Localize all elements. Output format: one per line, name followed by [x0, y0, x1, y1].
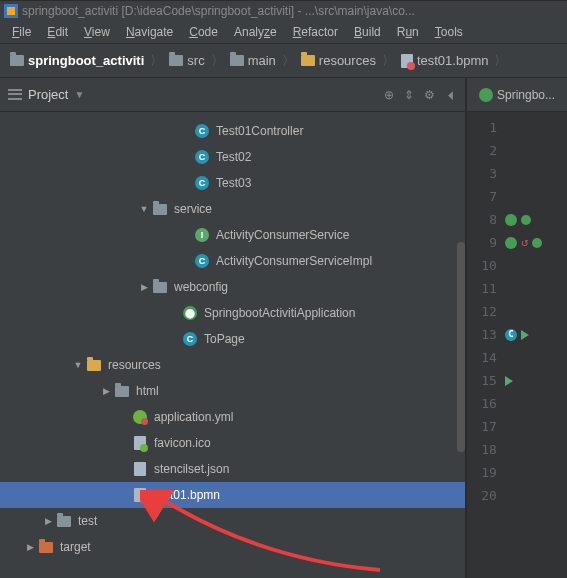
line-numbers: 123 789 101112 131415 161718 1920: [467, 112, 503, 578]
folder-icon: [169, 55, 183, 66]
package-icon: [153, 204, 167, 215]
class-icon: C: [195, 254, 209, 268]
expand-icon[interactable]: ▶: [24, 542, 36, 552]
spring-bean-icon[interactable]: [505, 214, 517, 226]
scrollbar-thumb[interactable]: [457, 242, 465, 452]
window-titlebar: springboot_activiti [D:\ideaCode\springb…: [0, 0, 567, 20]
window-title: springboot_activiti [D:\ideaCode\springb…: [22, 4, 415, 18]
app-icon: [4, 4, 18, 18]
folder-icon: [115, 386, 129, 397]
tree-item-yml[interactable]: application.yml: [0, 404, 465, 430]
tree-item-class[interactable]: CTest01Controller: [0, 118, 465, 144]
breadcrumb-file[interactable]: test01.bpmn: [397, 53, 493, 68]
chevron-right-icon: 〉: [211, 52, 224, 70]
project-tree: CTest01Controller CTest02 CTest03 ▼servi…: [0, 112, 465, 578]
expand-icon[interactable]: ▶: [42, 516, 54, 526]
editor-tabs: Springbo...: [467, 78, 567, 112]
locate-icon[interactable]: ⊕: [384, 88, 394, 102]
project-panel-header: Project ▼ ⊕ ⇕ ⚙ ⏴: [0, 78, 465, 112]
breadcrumb-project[interactable]: springboot_activiti: [6, 53, 148, 68]
tree-item-test[interactable]: ▶test: [0, 508, 465, 534]
menu-navigate[interactable]: Navigate: [120, 23, 179, 41]
breadcrumb: springboot_activiti 〉 src 〉 main 〉 resou…: [0, 44, 567, 78]
chevron-right-icon: 〉: [382, 52, 395, 70]
project-tool-window: Project ▼ ⊕ ⇕ ⚙ ⏴ CTest01Controller CTes…: [0, 78, 466, 578]
workspace: Project ▼ ⊕ ⇕ ⚙ ⏴ CTest01Controller CTes…: [0, 78, 567, 578]
tree-item-package[interactable]: ▶webconfig: [0, 274, 465, 300]
resources-folder-icon: [87, 360, 101, 371]
tree-item-class[interactable]: CTest03: [0, 170, 465, 196]
tree-item-package[interactable]: ▼service: [0, 196, 465, 222]
editor-tab[interactable]: Springbo...: [473, 84, 561, 106]
dropdown-icon[interactable]: ▼: [74, 89, 84, 100]
json-file-icon: [134, 462, 146, 476]
target-folder-icon: [39, 542, 53, 553]
collapse-icon[interactable]: ⇕: [404, 88, 414, 102]
hide-icon[interactable]: ⏴: [445, 88, 457, 102]
spring-boot-icon: ⬤: [183, 306, 197, 320]
folder-icon: [10, 55, 24, 66]
class-icon: C: [195, 124, 209, 138]
class-icon: C: [195, 176, 209, 190]
menu-run[interactable]: Run: [391, 23, 425, 41]
run-class-icon[interactable]: C: [505, 329, 517, 341]
tree-item-json[interactable]: stencilset.json: [0, 456, 465, 482]
project-panel-title[interactable]: Project: [28, 87, 68, 102]
tree-item-folder[interactable]: ▶html: [0, 378, 465, 404]
run-icon[interactable]: [505, 376, 513, 386]
svg-rect-1: [7, 7, 15, 15]
breadcrumb-src[interactable]: src: [165, 53, 208, 68]
menu-analyze[interactable]: Analyze: [228, 23, 283, 41]
editor-gutter: 123 789 101112 131415 161718 1920 ↺ C: [467, 112, 567, 578]
breadcrumb-resources[interactable]: resources: [297, 53, 380, 68]
package-icon: [153, 282, 167, 293]
spring-bean-icon[interactable]: [521, 215, 531, 225]
main-menu: File Edit View Navigate Code Analyze Ref…: [0, 20, 567, 44]
spring-bean-icon[interactable]: [532, 238, 542, 248]
menu-code[interactable]: Code: [183, 23, 224, 41]
gear-icon[interactable]: ⚙: [424, 88, 435, 102]
spring-boot-icon: [479, 88, 493, 102]
chevron-right-icon: 〉: [282, 52, 295, 70]
tree-item-spring-app[interactable]: ⬤SpringbootActivitiApplication: [0, 300, 465, 326]
menu-view[interactable]: View: [78, 23, 116, 41]
bpmn-file-icon: [134, 488, 146, 502]
folder-icon: [57, 516, 71, 527]
breadcrumb-main[interactable]: main: [226, 53, 280, 68]
class-icon: C: [195, 150, 209, 164]
collapse-icon[interactable]: ▼: [138, 204, 150, 214]
spring-bean-icon[interactable]: [505, 237, 517, 249]
bpmn-file-icon: [401, 54, 413, 68]
tree-item-class[interactable]: CToPage: [0, 326, 465, 352]
favicon-icon: [134, 436, 146, 450]
expand-icon[interactable]: ▶: [100, 386, 112, 396]
menu-build[interactable]: Build: [348, 23, 387, 41]
tree-item-favicon[interactable]: favicon.ico: [0, 430, 465, 456]
tree-item-target[interactable]: ▶target: [0, 534, 465, 560]
expand-icon[interactable]: ▶: [138, 282, 150, 292]
chevron-right-icon: 〉: [150, 52, 163, 70]
menu-tools[interactable]: Tools: [429, 23, 469, 41]
editor-panel: Springbo... 123 789 101112 131415 161718…: [466, 78, 567, 578]
run-icon[interactable]: [521, 330, 529, 340]
tree-item-resources[interactable]: ▼resources: [0, 352, 465, 378]
menu-edit[interactable]: Edit: [41, 23, 74, 41]
menu-file[interactable]: File: [6, 23, 37, 41]
class-icon: C: [183, 332, 197, 346]
tool-window-icon[interactable]: [8, 88, 22, 102]
tree-item-bpmn-selected[interactable]: test01.bpmn: [0, 482, 465, 508]
autowire-icon[interactable]: ↺: [521, 231, 528, 254]
spring-config-icon: [133, 410, 147, 424]
folder-icon: [230, 55, 244, 66]
resources-folder-icon: [301, 55, 315, 66]
tree-item-interface[interactable]: IActivityConsumerService: [0, 222, 465, 248]
chevron-right-icon: 〉: [494, 52, 507, 70]
collapse-icon[interactable]: ▼: [72, 360, 84, 370]
tree-item-class[interactable]: CActivityConsumerServiceImpl: [0, 248, 465, 274]
interface-icon: I: [195, 228, 209, 242]
menu-refactor[interactable]: Refactor: [287, 23, 344, 41]
gutter-icons: ↺ C: [503, 112, 567, 578]
tree-item-class[interactable]: CTest02: [0, 144, 465, 170]
